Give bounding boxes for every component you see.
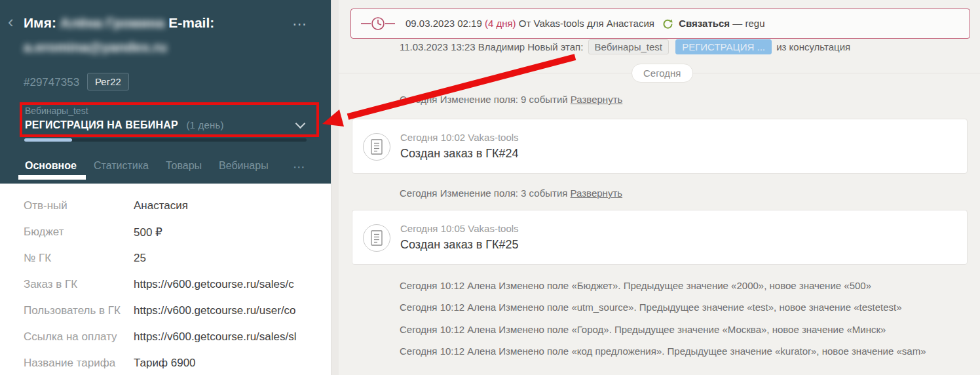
field-value[interactable]: https://v600.getcourse.ru/user/co bbox=[134, 304, 330, 317]
tab-webinars[interactable]: Вебинары bbox=[219, 160, 269, 172]
deal-sidebar: ‹ Имя: Алёна Громина E-mail: a.eromina@y… bbox=[0, 0, 331, 375]
field-row-tariff-name: Название тарифа Тариф 6900 bbox=[0, 350, 331, 375]
task-description: От Vakas-tools для Анастасия bbox=[519, 18, 654, 29]
field-row-gk-order: Заказ в ГК https://v600.getcourse.ru/sal… bbox=[0, 271, 331, 298]
field-label: Заказ в ГК bbox=[24, 278, 134, 291]
stage-name-text: РЕГИСТРАЦИЯ НА ВЕБИНАР bbox=[25, 119, 178, 130]
field-change-event: Сегодня 10:12 Алена Изменено поле «Город… bbox=[400, 324, 886, 335]
lead-title: Имя: Алёна Громина E-mail: a.eromina@yan… bbox=[24, 10, 291, 59]
order-card[interactable]: Сегодня 10:02 Vakas-tools Создан заказ в… bbox=[352, 119, 968, 174]
field-value[interactable]: 25 bbox=[134, 252, 330, 265]
document-icon bbox=[371, 230, 383, 246]
pinned-task-bar[interactable]: 09.03.2023 02:19 (4 дня) От Vakas-tools … bbox=[350, 9, 970, 39]
card-title: Создан заказ в ГК#25 bbox=[400, 238, 519, 252]
card-meta: Сегодня 10:02 Vakas-tools bbox=[400, 132, 519, 143]
task-overdue: (4 дня) bbox=[485, 18, 516, 29]
document-icon bbox=[371, 139, 383, 155]
field-label: Название тарифа bbox=[24, 357, 134, 370]
name-label: Имя: bbox=[24, 15, 56, 30]
field-change-event: Сегодня 10:12 Алена Изменено поле «Бюдже… bbox=[400, 280, 871, 291]
expand-link[interactable]: Развернуть bbox=[571, 188, 623, 199]
task-type: Связаться bbox=[679, 18, 730, 29]
stage-selector[interactable]: Вебинары_test РЕГИСТРАЦИЯ НА ВЕБИНАР (1 … bbox=[25, 105, 313, 134]
contact-name: Алёна Громина bbox=[60, 15, 165, 30]
field-change-event: Сегодня 10:12 Алена Изменено поле «код п… bbox=[400, 345, 926, 357]
field-value[interactable]: Анастасия bbox=[134, 199, 330, 212]
order-card[interactable]: Сегодня 10:05 Vakas-tools Создан заказ в… bbox=[352, 210, 968, 265]
event-action: Новый этап: bbox=[527, 41, 583, 52]
stage-duration: (1 день) bbox=[186, 119, 223, 130]
pipeline-name: Вебинары_test bbox=[25, 105, 313, 117]
sidebar-header: ‹ Имя: Алёна Громина E-mail: a.eromina@y… bbox=[0, 0, 331, 184]
header-menu-icon[interactable]: ⋯ bbox=[292, 16, 307, 33]
field-row-responsible: Отв-ный Анастасия bbox=[0, 193, 331, 219]
group-summary-text: Сегодня Изменение поля: 9 событий bbox=[400, 94, 568, 105]
deal-fields: Отв-ный Анастасия Бюджет 500 ₽ № ГК 25 З… bbox=[0, 193, 331, 375]
field-label: Пользователь в ГК bbox=[24, 304, 134, 317]
pinned-task-text: 09.03.2023 02:19 (4 дня) От Vakas-tools … bbox=[405, 18, 765, 30]
field-value[interactable]: https://v600.getcourse.ru/sales/c bbox=[134, 278, 330, 291]
event-date-user: 11.03.2023 13:23 Владимир bbox=[400, 41, 525, 52]
stage-pill[interactable]: РЕГИСТРАЦИЯ ... bbox=[675, 39, 772, 54]
field-row-gk-number: № ГК 25 bbox=[0, 245, 331, 271]
card-meta: Сегодня 10:05 Vakas-tools bbox=[400, 223, 519, 234]
contact-email: a.eromina@yandex.ru bbox=[24, 39, 167, 54]
card-title: Создан заказ в ГК#24 bbox=[400, 147, 519, 161]
deal-id: #29747353 bbox=[24, 76, 79, 89]
sidebar-scrollbar[interactable] bbox=[331, 0, 339, 375]
field-label: Отв-ный bbox=[24, 199, 134, 212]
field-change-event: Сегодня 10:12 Алена Изменено поле «utm_s… bbox=[400, 302, 902, 313]
tabs-more-icon[interactable]: ⋯ bbox=[293, 159, 305, 174]
field-value[interactable]: https://v600.getcourse.ru/sales/sl bbox=[134, 330, 330, 344]
field-label: № ГК bbox=[24, 252, 134, 265]
collapsed-group: Сегодня Изменение поля: 9 событий Развер… bbox=[400, 94, 622, 105]
pipeline-pill: Вебинары_test bbox=[588, 39, 669, 54]
timeline-clock-icon bbox=[361, 15, 395, 32]
active-tab-indicator bbox=[18, 175, 86, 180]
field-value[interactable]: 500 ₽ bbox=[134, 226, 330, 239]
note-circle bbox=[363, 224, 390, 252]
field-row-gk-user: Пользователь в ГК https://v600.getcourse… bbox=[0, 298, 331, 324]
stage-progress-fill bbox=[24, 138, 72, 142]
back-icon[interactable]: ‹ bbox=[8, 13, 14, 30]
deal-tag[interactable]: Рег22 bbox=[87, 73, 129, 90]
note-circle bbox=[363, 133, 390, 161]
recurring-task-icon bbox=[662, 18, 673, 30]
collapsed-group: Сегодня Изменение поля: 3 события Развер… bbox=[400, 188, 622, 199]
stage-change-event: 11.03.2023 13:23 Владимир Новый этап: Ве… bbox=[400, 39, 850, 54]
field-label: Бюджет bbox=[24, 226, 134, 239]
tab-main[interactable]: Основное bbox=[25, 160, 77, 172]
group-summary-text: Сегодня Изменение поля: 3 события bbox=[400, 188, 567, 199]
day-divider-pill: Сегодня bbox=[631, 64, 693, 83]
expand-link[interactable]: Развернуть bbox=[571, 94, 623, 105]
field-row-payment-link: Ссылка на оплату https://v600.getcourse.… bbox=[0, 324, 331, 350]
event-feed: 09.03.2023 02:19 (4 дня) От Vakas-tools … bbox=[339, 0, 980, 375]
field-label: Ссылка на оплату bbox=[24, 330, 134, 344]
sidebar-tabs: Основное Статистика Товары Вебинары bbox=[25, 160, 269, 172]
field-value[interactable]: Тариф 6900 bbox=[134, 357, 330, 370]
event-suffix: из консультация bbox=[776, 41, 850, 52]
tab-products[interactable]: Товары bbox=[166, 160, 202, 172]
email-label: E-mail: bbox=[168, 15, 214, 30]
tab-statistics[interactable]: Статистика bbox=[94, 160, 149, 172]
task-date: 09.03.2023 02:19 bbox=[405, 18, 482, 29]
stage-name: РЕГИСТРАЦИЯ НА ВЕБИНАР (1 день) bbox=[25, 117, 313, 134]
field-row-budget: Бюджет 500 ₽ bbox=[0, 219, 331, 245]
stage-progress-bar bbox=[24, 138, 307, 142]
task-suffix: — regu bbox=[732, 18, 764, 29]
